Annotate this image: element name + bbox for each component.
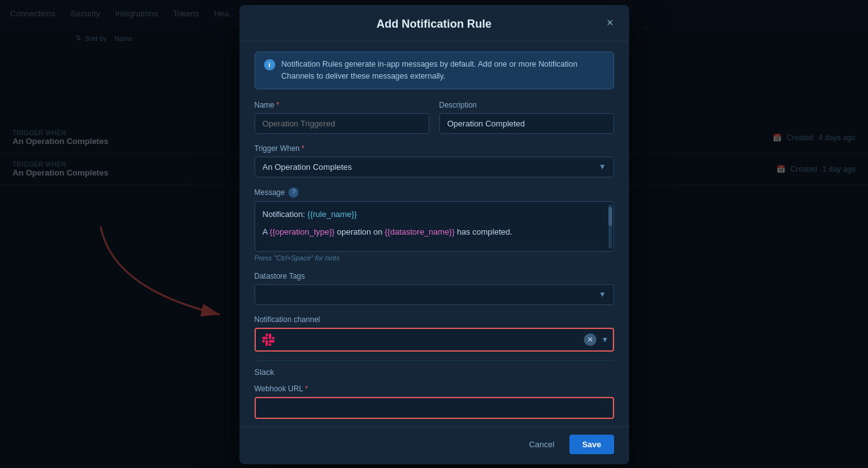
channel-clear-button[interactable]: ✕ [584, 333, 596, 346]
name-input[interactable] [255, 113, 429, 134]
msg-a: A [263, 227, 270, 237]
description-group: Description [439, 101, 614, 134]
description-input[interactable] [439, 113, 614, 134]
modal-header: Add Notification Rule × [239, 5, 629, 42]
msg-suffix: has completed. [454, 227, 512, 237]
info-icon: i [264, 59, 275, 70]
slack-divider [255, 360, 614, 361]
datastore-tags-select-wrapper: ▼ [255, 284, 614, 305]
modal-close-button[interactable]: × [602, 14, 619, 32]
notification-channel-group: Notification channel ✕ ▼ [255, 315, 614, 352]
trigger-when-select[interactable]: An Operation Completes An Operation Fail… [255, 157, 614, 177]
name-description-row: Name* Description [255, 101, 614, 134]
datastore-tags-label: Datastore Tags [255, 272, 614, 281]
message-hint: Press "Ctrl+Space" for hints [255, 254, 614, 262]
save-button[interactable]: Save [569, 435, 613, 454]
webhook-url-group: Webhook URL* [255, 384, 614, 419]
name-label: Name* [255, 101, 429, 109]
msg-var-datastore: {{datastore_name}} [385, 227, 454, 237]
msg-var-rule-name: {{rule_name}} [307, 209, 357, 219]
add-notification-rule-modal: Add Notification Rule × i Notification R… [239, 5, 629, 464]
scrollbar-thumb [608, 207, 612, 226]
channel-select-box[interactable] [255, 328, 614, 352]
notification-channel-label: Notification channel [255, 315, 614, 324]
datastore-tags-select[interactable] [255, 284, 614, 305]
msg-var-op-type: {{operation_type}} [270, 227, 334, 237]
trigger-when-select-wrapper: An Operation Completes An Operation Fail… [255, 157, 614, 177]
info-text: Notification Rules generate in-app messa… [282, 58, 605, 82]
help-icon[interactable]: ? [288, 187, 299, 198]
cancel-button[interactable]: Cancel [522, 435, 562, 454]
message-line-1: Notification: {{rule_name}} [263, 208, 606, 221]
message-group: Message ? Notification: {{rule_name}} A … [255, 187, 614, 262]
trigger-when-group: Trigger When* An Operation Completes An … [255, 144, 614, 177]
scrollbar [608, 204, 612, 248]
webhook-url-input[interactable] [255, 397, 614, 419]
webhook-url-label: Webhook URL* [255, 384, 614, 393]
slack-section-label: Slack [255, 367, 614, 377]
info-banner: i Notification Rules generate in-app mes… [255, 52, 614, 89]
modal-footer: Cancel Save [239, 426, 629, 464]
message-label: Message [255, 188, 285, 197]
datastore-tags-group: Datastore Tags ▼ [255, 272, 614, 305]
name-group: Name* [255, 101, 429, 134]
description-label: Description [439, 101, 614, 109]
message-line-2: A {{operation_type}} operation on {{data… [263, 226, 606, 239]
channel-select-wrapper: ✕ ▼ [255, 328, 614, 352]
modal-body: i Notification Rules generate in-app mes… [239, 42, 629, 426]
modal-title: Add Notification Rule [376, 18, 492, 31]
message-label-row: Message ? [255, 187, 614, 198]
msg-op-on: operation on [334, 227, 385, 237]
msg-prefix-1: Notification: [263, 209, 308, 219]
message-box[interactable]: Notification: {{rule_name}} A {{operatio… [255, 201, 614, 252]
slack-icon [262, 333, 275, 346]
trigger-when-label: Trigger When* [255, 144, 614, 153]
